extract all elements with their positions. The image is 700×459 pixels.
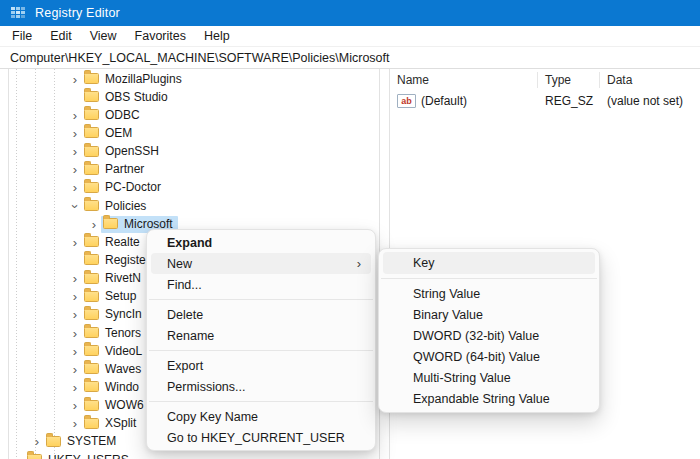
menubar-item-edit[interactable]: Edit: [41, 26, 81, 46]
chevron-right-icon[interactable]: [68, 144, 82, 159]
chevron-right-icon[interactable]: [68, 72, 82, 87]
tree-label: Policies: [105, 199, 146, 213]
chevron-right-icon[interactable]: [68, 271, 82, 286]
menu-item-go-to-hkey-current-user[interactable]: Go to HKEY_CURRENT_USER: [151, 427, 371, 448]
menu-item-label: String Value: [413, 287, 480, 301]
menubar: FileEditViewFavoritesHelp: [0, 26, 700, 47]
menu-item-copy-key-name[interactable]: Copy Key Name: [151, 406, 371, 427]
registry-editor-icon: [11, 7, 26, 20]
tree-row-odbc[interactable]: ODBC: [9, 106, 379, 124]
chevron-right-icon[interactable]: [68, 126, 82, 141]
titlebar[interactable]: Registry Editor: [0, 0, 700, 26]
tree-row-oem[interactable]: OEM: [9, 124, 379, 142]
folder-icon: [84, 345, 99, 356]
menu-separator: [149, 299, 373, 300]
tree-row-partner[interactable]: Partner: [9, 161, 379, 179]
menu-item-key[interactable]: Key: [383, 252, 595, 274]
chevron-right-icon[interactable]: [87, 217, 101, 232]
chevron-right-icon[interactable]: [30, 434, 44, 449]
chevron-right-icon[interactable]: [68, 380, 82, 395]
folder-icon: [84, 236, 99, 247]
menu-item-multi-string-value[interactable]: Multi-String Value: [383, 367, 595, 388]
tree-row-mozillaplugins[interactable]: MozillaPlugins: [9, 70, 379, 88]
menu-item-rename[interactable]: Rename: [151, 325, 371, 346]
window-title: Registry Editor: [35, 6, 120, 20]
folder-icon: [84, 182, 99, 193]
chevron-down-icon[interactable]: [68, 199, 83, 213]
tree-label: OpenSSH: [105, 144, 159, 158]
tree-label: Tenors: [105, 326, 141, 340]
chevron-right-icon[interactable]: [68, 162, 82, 177]
tree-label: Registe: [105, 253, 146, 267]
menu-item-new[interactable]: New ›: [151, 253, 371, 274]
folder-icon: [27, 454, 42, 459]
tree-row-obs-studio[interactable]: OBS Studio: [9, 88, 379, 106]
menu-item-string-value[interactable]: String Value: [383, 283, 595, 304]
folder-icon: [84, 164, 99, 175]
folder-icon: [84, 254, 99, 265]
menu-separator: [149, 350, 373, 351]
values-header: NameTypeData: [390, 69, 700, 91]
menu-item-permissions-[interactable]: Permissions...: [151, 376, 371, 397]
folder-icon: [84, 127, 99, 138]
menu-item-label: Expand: [167, 236, 212, 250]
chevron-right-icon[interactable]: [68, 398, 82, 413]
column-header-type[interactable]: Type: [538, 72, 600, 88]
menu-item-expand[interactable]: Expand: [151, 232, 371, 253]
menu-item-qword-64-bit-value[interactable]: QWORD (64-bit) Value: [383, 346, 595, 367]
chevron-right-icon[interactable]: [68, 235, 82, 250]
tree-row-policies[interactable]: Policies: [9, 197, 379, 215]
menu-item-label: Delete: [167, 308, 203, 322]
folder-icon: [84, 381, 99, 392]
tree-label: MozillaPlugins: [105, 72, 182, 86]
tree-label: PC-Doctor: [105, 180, 161, 194]
folder-icon: [84, 109, 99, 120]
menu-item-label: Copy Key Name: [167, 410, 258, 424]
menubar-item-help[interactable]: Help: [195, 26, 239, 46]
column-header-data[interactable]: Data: [600, 72, 700, 88]
chevron-right-icon[interactable]: [68, 326, 82, 341]
menubar-item-favorites[interactable]: Favorites: [126, 26, 195, 46]
menu-item-find-[interactable]: Find...: [151, 274, 371, 295]
tree-row-openssh[interactable]: OpenSSH: [9, 143, 379, 161]
tree-label: SyncIn: [105, 307, 142, 321]
menu-item-label: Multi-String Value: [413, 371, 511, 385]
menu-item-delete[interactable]: Delete: [151, 304, 371, 325]
value-type: REG_SZ: [538, 94, 600, 108]
menubar-item-file[interactable]: File: [3, 26, 41, 46]
tree-label: SYSTEM: [67, 434, 116, 448]
chevron-right-icon[interactable]: [68, 180, 82, 195]
folder-icon: [84, 309, 99, 320]
tree-label: Waves: [105, 362, 141, 376]
menu-item-export[interactable]: Export: [151, 355, 371, 376]
tree-label: HKEY_USERS: [48, 453, 129, 459]
chevron-right-icon[interactable]: [68, 344, 82, 359]
chevron-right-icon[interactable]: [68, 362, 82, 377]
tree-label: OBS Studio: [105, 90, 168, 104]
tree-label: Partner: [105, 162, 144, 176]
folder-icon: [84, 91, 99, 102]
tree-row-hkey-users[interactable]: HKEY_USERS: [9, 451, 379, 459]
value-row[interactable]: (Default)REG_SZ(value not set): [390, 91, 700, 111]
menu-item-label: Find...: [167, 278, 202, 292]
chevron-right-icon[interactable]: [68, 416, 82, 431]
value-name: (Default): [421, 94, 467, 108]
address-bar[interactable]: Computer\HKEY_LOCAL_MACHINE\SOFTWARE\Pol…: [0, 47, 700, 69]
submenu-arrow-icon: ›: [357, 256, 361, 271]
menubar-item-view[interactable]: View: [81, 26, 126, 46]
menu-item-expandable-string-value[interactable]: Expandable String Value: [383, 388, 595, 409]
menu-item-binary-value[interactable]: Binary Value: [383, 304, 595, 325]
tree-label: ODBC: [105, 108, 140, 122]
chevron-right-icon[interactable]: [68, 307, 82, 322]
folder-icon: [84, 73, 99, 84]
chevron-right-icon[interactable]: [11, 453, 25, 459]
string-value-icon: [397, 94, 416, 108]
chevron-right-icon[interactable]: [68, 108, 82, 123]
menu-item-label: Expandable String Value: [413, 392, 550, 406]
tree-row-pc-doctor[interactable]: PC-Doctor: [9, 179, 379, 197]
tree-label: RivetN: [105, 271, 141, 285]
chevron-right-icon[interactable]: [68, 289, 82, 304]
folder-icon: [84, 273, 99, 284]
menu-item-dword-32-bit-value[interactable]: DWORD (32-bit) Value: [383, 325, 595, 346]
column-header-name[interactable]: Name: [390, 72, 538, 88]
